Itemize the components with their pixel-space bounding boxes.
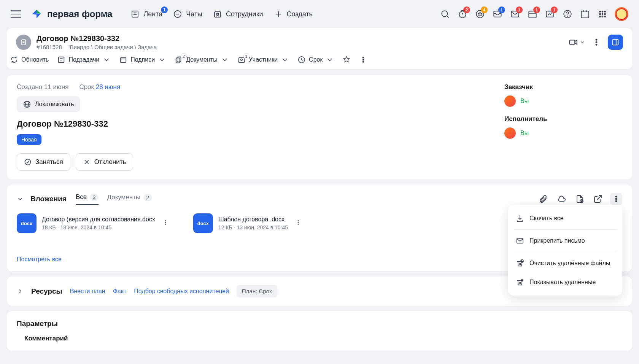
nav-chats[interactable]: Чаты bbox=[173, 10, 202, 19]
refresh-button[interactable]: Обновить bbox=[10, 56, 49, 64]
external-link-button[interactable] bbox=[592, 193, 604, 205]
collapse-icon[interactable] bbox=[17, 196, 24, 202]
svg-point-51 bbox=[240, 59, 242, 61]
globe-icon bbox=[23, 100, 31, 108]
file-name: Шаблон договора .docx bbox=[218, 216, 288, 223]
svg-point-32 bbox=[602, 16, 603, 17]
clock-icon bbox=[297, 56, 306, 64]
menu-button[interactable] bbox=[11, 10, 21, 18]
svg-point-54 bbox=[363, 59, 364, 60]
executor-person[interactable]: Вы bbox=[504, 127, 603, 139]
chevron-down-icon bbox=[221, 56, 229, 64]
side-panel: Заказчик Вы Исполнитель Вы bbox=[504, 83, 603, 147]
svg-point-31 bbox=[599, 16, 601, 17]
x-icon bbox=[83, 158, 91, 166]
attach-file-button[interactable] bbox=[537, 193, 549, 205]
file-meta: 12 КБ · 13 июн. 2024 в 10:45 bbox=[218, 224, 288, 230]
top-nav: первая форма Лента 1 Чаты Сотрудники Соз… bbox=[0, 0, 639, 28]
pick-executors-link[interactable]: Подбор свободных исполнителей bbox=[134, 288, 229, 295]
customer-label: Заказчик bbox=[504, 83, 603, 91]
localize-button[interactable]: Локализовать bbox=[17, 96, 80, 112]
add-doc-button[interactable] bbox=[574, 193, 586, 205]
download-icon bbox=[516, 214, 524, 223]
deadline-button[interactable]: Срок bbox=[297, 56, 334, 64]
svg-rect-0 bbox=[132, 11, 138, 17]
more-vertical-icon bbox=[162, 219, 169, 226]
user-avatar[interactable] bbox=[615, 7, 628, 21]
trash-show-icon bbox=[516, 278, 524, 286]
svg-point-66 bbox=[616, 196, 617, 197]
refresh-icon bbox=[10, 56, 18, 64]
svg-point-72 bbox=[298, 220, 299, 221]
page-header: Договор №129830-332 #1681528 !Виардо \ О… bbox=[7, 28, 632, 50]
svg-point-28 bbox=[599, 13, 601, 14]
file-plus-icon bbox=[575, 194, 584, 203]
attach-mail-item[interactable]: Прикрепить письмо bbox=[508, 231, 622, 250]
date-button[interactable] bbox=[580, 9, 590, 19]
header-more-button[interactable] bbox=[591, 37, 602, 48]
status-badge: Новая bbox=[17, 134, 41, 145]
show-deleted-item[interactable]: Показывать удалённые bbox=[508, 273, 622, 292]
mail-button[interactable]: 1 bbox=[510, 9, 520, 19]
apps-button[interactable] bbox=[597, 9, 608, 19]
svg-line-65 bbox=[597, 196, 601, 200]
nav-create[interactable]: Создать bbox=[274, 10, 313, 19]
participants-button[interactable]: 1Участники bbox=[237, 56, 289, 64]
plus-icon bbox=[274, 10, 283, 19]
video-call-button[interactable] bbox=[568, 37, 585, 47]
deadline-meta: Срок 28 июня bbox=[79, 83, 120, 91]
grid-icon bbox=[598, 9, 607, 19]
chart-button[interactable]: 1 bbox=[545, 9, 555, 19]
fact-link[interactable]: Факт bbox=[113, 288, 127, 295]
toolbar-more-button[interactable] bbox=[359, 56, 367, 64]
documents-button[interactable]: 2Документы bbox=[175, 56, 229, 64]
svg-point-53 bbox=[363, 57, 364, 58]
task-type-icon bbox=[16, 35, 31, 50]
calendar-button[interactable]: 1 bbox=[527, 9, 538, 19]
svg-point-70 bbox=[165, 222, 166, 223]
file-item[interactable]: docx Шаблон договора .docx 12 КБ · 13 ию… bbox=[193, 213, 303, 233]
clear-deleted-item[interactable]: Очистить удалённые файлы bbox=[508, 254, 622, 273]
chevron-right-icon[interactable] bbox=[17, 288, 24, 295]
nav-employees[interactable]: Сотрудники bbox=[213, 10, 263, 19]
help-button[interactable] bbox=[562, 9, 573, 19]
customer-person[interactable]: Вы bbox=[504, 95, 603, 107]
file-item[interactable]: docx Договор (версия для согласования.do… bbox=[17, 213, 170, 233]
search-button[interactable] bbox=[440, 9, 450, 19]
subtasks-button[interactable]: Подзадачи bbox=[57, 56, 111, 64]
logo[interactable]: первая форма bbox=[30, 8, 112, 20]
svg-point-55 bbox=[363, 61, 364, 62]
svg-rect-50 bbox=[238, 58, 244, 63]
inbox-button[interactable]: 1 bbox=[492, 9, 503, 19]
help-icon bbox=[563, 9, 572, 19]
download-all-item[interactable]: Скачать все bbox=[508, 209, 622, 228]
created-label: Создано 11 июня bbox=[17, 83, 68, 91]
favorite-button[interactable] bbox=[342, 56, 351, 64]
svg-rect-46 bbox=[121, 58, 126, 63]
task-card: Создано 11 июня Срок 28 июня Локализоват… bbox=[7, 75, 632, 179]
search-icon bbox=[440, 9, 450, 19]
star-button[interactable]: 4 bbox=[475, 9, 485, 19]
attachments-more-button[interactable] bbox=[610, 193, 622, 205]
date-icon bbox=[580, 9, 590, 19]
tab-all[interactable]: Все2 bbox=[76, 193, 99, 205]
signatures-button[interactable]: Подписи bbox=[119, 56, 166, 64]
logo-text: первая форма bbox=[47, 9, 112, 19]
plan-link[interactable]: Внести план bbox=[70, 288, 105, 295]
svg-rect-37 bbox=[569, 40, 575, 45]
timer-button[interactable]: 2 bbox=[457, 9, 468, 19]
file-more-button[interactable] bbox=[161, 218, 170, 229]
tab-documents[interactable]: Документы2 bbox=[107, 193, 152, 205]
panel-toggle-button[interactable] bbox=[608, 35, 623, 50]
view-all-link[interactable]: Посмотреть все bbox=[17, 256, 62, 263]
svg-point-9 bbox=[442, 11, 447, 16]
cloud-button[interactable] bbox=[555, 193, 567, 205]
svg-point-29 bbox=[602, 13, 603, 14]
nav-feed[interactable]: Лента 1 bbox=[130, 10, 162, 19]
file-more-button[interactable] bbox=[293, 218, 303, 229]
reject-button[interactable]: Отклонить bbox=[76, 153, 134, 171]
accept-button[interactable]: Заняться bbox=[17, 153, 70, 171]
plan-chip: План: Срок bbox=[237, 285, 277, 297]
paperclip-icon bbox=[539, 194, 548, 203]
deadline-link[interactable]: 28 июня bbox=[96, 83, 120, 91]
